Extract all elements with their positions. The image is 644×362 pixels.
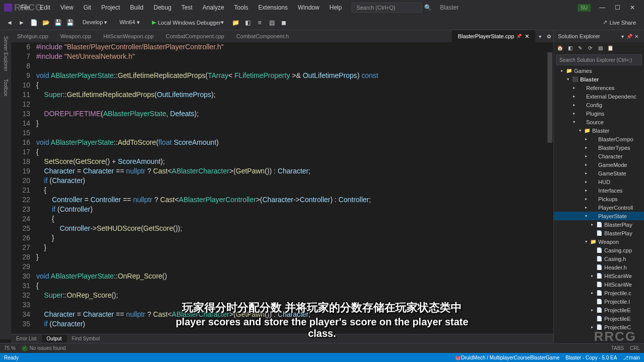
se-dropdown[interactable]: ▾ — [619, 34, 626, 39]
se-autohide[interactable]: 📌 — [626, 34, 633, 39]
tree-item[interactable]: ▸Plugins — [554, 109, 644, 118]
tab-settings[interactable]: ✿ — [544, 30, 553, 42]
se-close[interactable]: ✕ — [633, 34, 640, 39]
new-file-button[interactable]: 📄 — [28, 17, 39, 28]
tree-item[interactable]: ▸External Dependenc — [554, 92, 644, 101]
side-tab-server-explorer[interactable]: Server Explorer — [2, 32, 10, 75]
menu-test[interactable]: Test — [178, 2, 197, 13]
tab-dropdown[interactable]: ▾ — [535, 30, 544, 42]
tree-item[interactable]: ▸Character — [554, 152, 644, 160]
tree-item[interactable]: ▾⬛Blaster — [554, 75, 644, 83]
tree-item[interactable]: 📄Projectile.l — [554, 297, 644, 306]
tree-item[interactable]: ▸GameState — [554, 169, 644, 177]
tree-item[interactable]: 📄Casing.h — [554, 254, 644, 263]
toolbar-btn-1[interactable]: 📁 — [230, 17, 241, 28]
tree-item[interactable]: ▸📄ProjectileC — [554, 323, 644, 331]
toolbar-btn-4[interactable]: ▤ — [266, 17, 277, 28]
se-home-icon[interactable]: 🏠 — [556, 44, 564, 52]
menu-help[interactable]: Help — [326, 2, 346, 13]
tree-item[interactable]: ▸📄HitScanWe — [554, 272, 644, 280]
tab-blasterplayerstate[interactable]: BlasterPlayerState.cpp📌✕ — [452, 30, 535, 42]
issues-status[interactable]: No issues found — [22, 345, 66, 351]
side-tab-toolbox[interactable]: Toolbox — [2, 75, 10, 100]
pin-icon[interactable]: 📌 — [516, 34, 522, 39]
menu-analyze[interactable]: Analyze — [199, 2, 228, 13]
tree-item[interactable]: ▸GameMode — [554, 160, 644, 169]
scrollbar-thumb[interactable] — [547, 52, 552, 143]
user-badge[interactable]: SU — [578, 4, 591, 12]
se-filter-icon[interactable]: ▤ — [596, 44, 604, 52]
close-tab-icon[interactable]: ✕ — [525, 33, 529, 40]
tree-item[interactable]: ▸Pickups — [554, 195, 644, 203]
menu-project[interactable]: Project — [97, 2, 124, 13]
tree-item[interactable]: 📄Header.h — [554, 263, 644, 272]
code-content[interactable]: #include "Blaster/PlayerController/Blast… — [36, 42, 553, 342]
menu-file[interactable]: File — [16, 2, 34, 13]
tree-item[interactable]: 📄BlasterPlay — [554, 229, 644, 237]
search-icon[interactable]: 🔍 — [424, 4, 432, 11]
tab-hitscanweapon[interactable]: HitScanWeapon.cpp — [97, 30, 159, 42]
tree-item[interactable]: ▾Source — [554, 118, 644, 126]
tree-item[interactable]: ▾📁Blaster — [554, 126, 644, 135]
tree-item[interactable]: ▸BlasterCompo — [554, 135, 644, 143]
open-button[interactable]: 📂 — [40, 17, 51, 28]
nav-back-button[interactable]: ◄ — [4, 17, 15, 28]
tree-item[interactable]: ▸📁Games — [554, 66, 644, 75]
tree-item[interactable]: 📄Casing.cpp — [554, 246, 644, 254]
btab-find-symbol[interactable]: Find Symbol — [67, 335, 105, 342]
tree-item[interactable]: ▸Config — [554, 101, 644, 109]
lineending-indicator[interactable]: CRL — [630, 345, 640, 351]
tree-item[interactable]: ▸HUD — [554, 177, 644, 186]
tree-item[interactable]: ▸📄ProjectileE — [554, 306, 644, 314]
start-debugging-button[interactable]: ▶Local Windows Debugger ▾ — [148, 18, 228, 27]
tree-item[interactable]: 📄HitScanWe — [554, 280, 644, 289]
se-sync-icon[interactable]: ⟳ — [586, 44, 594, 52]
config-dropdown[interactable]: Develop ▾ — [78, 18, 111, 27]
save-all-button[interactable]: 💾 — [64, 17, 75, 28]
menu-git[interactable]: Git — [79, 2, 95, 13]
tab-weapon[interactable]: Weapon.cpp — [54, 30, 98, 42]
menu-debug[interactable]: Debug — [149, 2, 175, 13]
minimize-button[interactable]: — — [595, 2, 610, 14]
tree-item[interactable]: ▸PlayerControll — [554, 203, 644, 212]
tab-combatcomponent-h[interactable]: CombatComponent.h — [230, 30, 295, 42]
tabs-indicator[interactable]: TABS — [611, 345, 624, 351]
toolbar-btn-3[interactable]: ≡ — [254, 17, 265, 28]
se-show-all-icon[interactable]: 📋 — [606, 44, 614, 52]
btab-error-list[interactable]: Error List — [11, 335, 42, 342]
line-numbers: 6789101112131415161718192021222324252627… — [11, 42, 36, 342]
vertical-scrollbar[interactable] — [546, 42, 553, 342]
se-pending-changes-icon[interactable]: ✎ — [576, 44, 584, 52]
live-share-button[interactable]: Live Share — [599, 18, 640, 27]
btab-output[interactable]: Output — [42, 335, 67, 342]
tree-item[interactable]: 📄ProjectileE — [554, 314, 644, 323]
tree-item[interactable]: ▾📁Weapon — [554, 237, 644, 246]
nav-forward-button[interactable]: ► — [16, 17, 27, 28]
menu-extensions[interactable]: Extensions — [254, 2, 292, 13]
tab-combatcomponent-cpp[interactable]: CombatComponent.cpp — [159, 30, 230, 42]
tree-item[interactable]: ▸📄BlasterPlay — [554, 220, 644, 229]
se-search-input[interactable]: Search Solution Explorer (Ctrl+;) — [556, 54, 642, 65]
menu-build[interactable]: Build — [126, 2, 148, 13]
menu-tools[interactable]: Tools — [230, 2, 252, 13]
tree-item[interactable]: ▸📄Projectile.c — [554, 289, 644, 297]
tab-shotgun[interactable]: Shotgun.cpp — [11, 30, 54, 42]
tree-item[interactable]: ▸BlasterTypes — [554, 143, 644, 152]
maximize-button[interactable]: ☐ — [610, 2, 625, 14]
save-button[interactable]: 💾 — [52, 17, 63, 28]
code-editor[interactable]: 6789101112131415161718192021222324252627… — [11, 42, 553, 342]
platform-dropdown[interactable]: Win64 ▾ — [115, 18, 143, 27]
tree-item[interactable]: ▸References — [554, 83, 644, 92]
menu-window[interactable]: Window — [294, 2, 324, 13]
toolbar-btn-2[interactable]: ◧ — [242, 17, 253, 28]
project-indicator[interactable]: Blaster - Copy - 5.0 EA — [566, 355, 617, 360]
close-button[interactable]: ✕ — [625, 2, 640, 14]
tree-item[interactable]: ▸Interfaces — [554, 186, 644, 195]
menu-view[interactable]: View — [56, 2, 77, 13]
global-search-input[interactable]: Search (Ctrl+Q) — [352, 3, 422, 13]
se-switch-view-icon[interactable]: ◧ — [566, 44, 574, 52]
toolbar-btn-5[interactable]: ◼ — [278, 17, 289, 28]
menu-edit[interactable]: Edit — [36, 2, 54, 13]
tree-item[interactable]: ▾PlayerState — [554, 212, 644, 220]
zoom-level[interactable]: 75 % — [4, 345, 16, 351]
